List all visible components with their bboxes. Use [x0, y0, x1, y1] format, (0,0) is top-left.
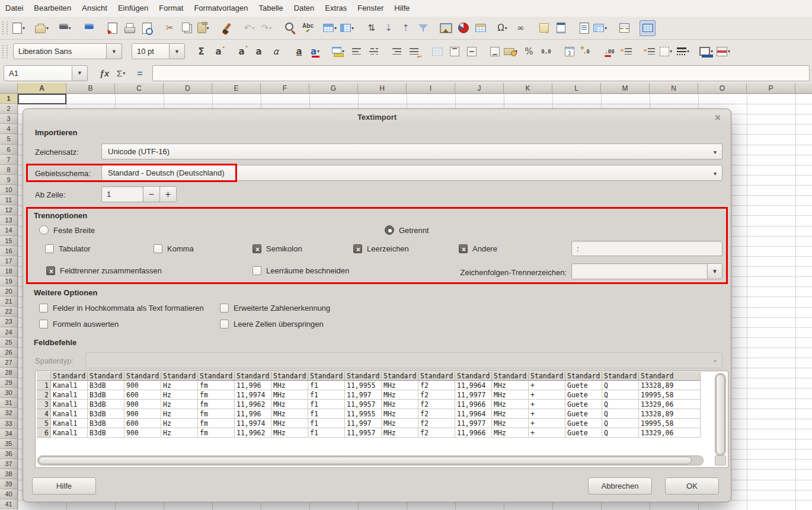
column-header-m[interactable]: M — [601, 83, 650, 94]
merge-cells-icon[interactable] — [429, 43, 445, 59]
checkbox-icon[interactable] — [220, 320, 229, 329]
cell-reference[interactable]: A1 — [4, 65, 72, 81]
preview-column-header-5[interactable]: Standard — [198, 372, 235, 381]
column-header-c[interactable]: C — [115, 83, 164, 94]
toolbar-handle[interactable] — [2, 45, 8, 58]
special-character-icon[interactable]: Ω▾ — [495, 20, 512, 36]
sort-ascending-icon[interactable]: ⇣ — [381, 20, 397, 36]
row-header-1[interactable]: 1 — [0, 94, 18, 104]
font-name-value[interactable]: Liberation Sans — [13, 43, 107, 59]
row-header-35[interactable]: 35 — [0, 439, 18, 449]
preview-column-header-6[interactable]: Standard — [235, 372, 271, 381]
align-middle-icon[interactable] — [463, 43, 479, 59]
preview-column-header-11[interactable]: Standard — [418, 372, 455, 381]
align-bottom-icon[interactable] — [487, 43, 503, 59]
column-header-partial[interactable] — [795, 83, 812, 94]
font-name-combo[interactable]: Liberation Sans ▼ — [13, 43, 122, 59]
preview-column-header-16[interactable]: Standard — [602, 372, 639, 381]
number-format-icon[interactable]: 0,0 — [538, 43, 554, 59]
percent-format-icon[interactable]: % — [521, 43, 537, 59]
menu-item-tabelle[interactable]: Tabelle — [253, 0, 288, 17]
row-header-29[interactable]: 29 — [0, 378, 18, 388]
clone-formatting-icon[interactable] — [219, 20, 235, 36]
column-header-f[interactable]: F — [261, 83, 309, 94]
menu-item-fenster[interactable]: Fenster — [352, 0, 389, 17]
menu-item-einfügen[interactable]: Einfügen — [113, 0, 154, 17]
border-color-icon[interactable]: ▾ — [699, 43, 715, 59]
copy-icon[interactable] — [179, 20, 195, 36]
menu-item-ansicht[interactable]: Ansicht — [76, 0, 113, 17]
row-header-13[interactable]: 13 — [0, 215, 18, 225]
preview-column-header-17[interactable]: Standard — [639, 372, 701, 381]
align-left-icon[interactable] — [349, 43, 365, 59]
row-header-4[interactable]: 4 — [0, 124, 18, 134]
row-header-39[interactable]: 39 — [0, 479, 18, 489]
add-decimal-icon[interactable]: .0 — [578, 43, 594, 59]
row-header-40[interactable]: 40 — [0, 489, 18, 499]
find-replace-icon[interactable] — [283, 20, 299, 36]
export-pdf-icon[interactable] — [104, 20, 120, 36]
undo-icon[interactable]: ↶▾ — [242, 20, 258, 36]
headers-footers-icon[interactable] — [553, 20, 569, 36]
preview-vertical-scrollbar[interactable] — [715, 373, 726, 456]
quoted-as-text-checkbox[interactable]: Felder in Hochkommata als Text formatier… — [39, 304, 204, 313]
row-header-38[interactable]: 38 — [0, 469, 18, 479]
formula-input[interactable] — [152, 65, 810, 81]
column-header-n[interactable]: N — [650, 83, 698, 94]
column-header-o[interactable]: O — [698, 83, 747, 94]
preview-column-header-3[interactable]: Standard — [124, 372, 161, 381]
sort-descending-icon[interactable]: ⇡ — [398, 20, 414, 36]
scrollbar-thumb[interactable] — [39, 457, 692, 464]
preview-column-header-8[interactable]: Standard — [308, 372, 345, 381]
row-header-30[interactable]: 30 — [0, 388, 18, 398]
conditional-formatting-icon[interactable]: ▾ — [717, 43, 733, 59]
row-header-22[interactable]: 22 — [0, 307, 18, 317]
row-header-26[interactable]: 26 — [0, 348, 18, 358]
split-window-icon[interactable] — [616, 20, 632, 36]
column-header-g[interactable]: G — [309, 83, 358, 94]
chevron-down-icon[interactable]: ▼ — [107, 43, 122, 59]
row-header-7[interactable]: 7 — [0, 155, 18, 165]
row-header-17[interactable]: 17 — [0, 256, 18, 266]
chevron-down-icon[interactable]: ▼ — [72, 65, 88, 81]
align-top-icon[interactable] — [446, 43, 462, 59]
from-row-decrease-button[interactable]: − — [143, 186, 160, 202]
row-header-31[interactable]: 31 — [0, 398, 18, 408]
row-header-5[interactable]: 5 — [0, 134, 18, 144]
preview-horizontal-scrollbar[interactable] — [37, 455, 704, 466]
comment-icon[interactable] — [536, 20, 552, 36]
menu-item-daten[interactable]: Daten — [289, 0, 320, 17]
skip-empty-cells-checkbox[interactable]: Leere Zellen überspringen — [220, 320, 324, 329]
save-as-icon[interactable] — [81, 20, 97, 36]
autofilter-icon[interactable] — [415, 20, 431, 36]
open-icon[interactable]: ▾ — [35, 20, 51, 36]
sum-icon[interactable]: Σ▾ — [113, 65, 131, 81]
column-header-i[interactable]: I — [407, 83, 455, 94]
increase-indent-icon[interactable] — [619, 43, 635, 59]
font-color-icon[interactable]: a▾ — [308, 43, 324, 59]
row-header-24[interactable]: 24 — [0, 327, 18, 337]
row-header-9[interactable]: 9 — [0, 175, 18, 185]
preview-column-header-10[interactable]: Standard — [382, 372, 418, 381]
menu-item-bearbeiten[interactable]: Bearbeiten — [28, 0, 76, 17]
row-header-6[interactable]: 6 — [0, 145, 18, 155]
align-right-icon[interactable] — [389, 43, 405, 59]
checkbox-icon[interactable] — [39, 304, 48, 313]
evaluate-formulas-checkbox[interactable]: Formeln auswerten — [39, 320, 119, 329]
row-header-34[interactable]: 34 — [0, 429, 18, 439]
preview-column-header-13[interactable]: Standard — [492, 372, 529, 381]
toolbar-handle[interactable] — [2, 21, 8, 34]
row-header-36[interactable]: 36 — [0, 449, 18, 459]
underline-icon[interactable]: a — [291, 43, 307, 59]
border-style-icon[interactable]: ▾ — [676, 43, 692, 59]
pivot-table-icon[interactable] — [472, 20, 488, 36]
save-icon[interactable]: ▾ — [58, 20, 74, 36]
row-header-25[interactable]: 25 — [0, 337, 18, 348]
borders-icon[interactable]: ▾ — [659, 43, 675, 59]
row-header-28[interactable]: 28 — [0, 368, 18, 378]
row-header-33[interactable]: 33 — [0, 419, 18, 429]
row-header-27[interactable]: 27 — [0, 358, 18, 368]
row-header-16[interactable]: 16 — [0, 246, 18, 256]
column-header-p[interactable]: P — [747, 83, 795, 94]
highlight-color-icon[interactable]: ▾ — [331, 43, 347, 59]
